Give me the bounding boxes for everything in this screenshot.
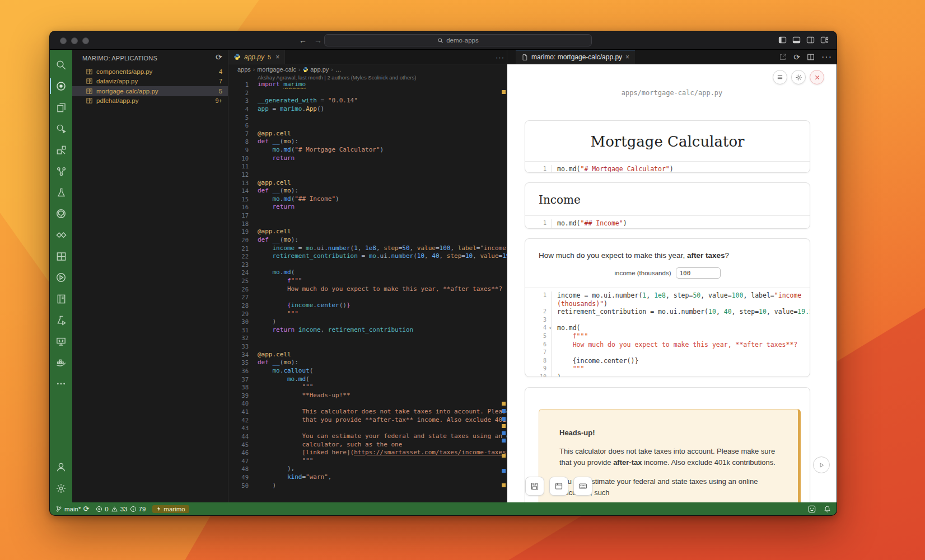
code-editor[interactable]: Akshay Agrawal, last month | 2 authors (… bbox=[228, 74, 507, 502]
zoom-traffic-light[interactable] bbox=[82, 37, 89, 44]
notebook-icon[interactable] bbox=[50, 288, 72, 309]
sidebar-item-mortgage-calc[interactable]: mortgage-calc/app.py 5 bbox=[72, 86, 228, 96]
customize-layout-icon[interactable] bbox=[820, 36, 829, 44]
run-cell-play-button[interactable] bbox=[813, 457, 830, 473]
close-icon[interactable]: × bbox=[625, 53, 629, 61]
notebook-file-icon bbox=[86, 78, 93, 84]
sidebar-item-pdfchat[interactable]: pdfchat/app.py 9+ bbox=[72, 96, 228, 106]
app-title: Mortgage Calculator bbox=[525, 121, 810, 161]
toggle-panel-icon[interactable] bbox=[792, 36, 801, 44]
app-file-path: apps/mortgage-calc/app.py bbox=[507, 89, 837, 97]
file-icon bbox=[521, 54, 528, 61]
problems-indicator[interactable]: 0 33 79 bbox=[96, 506, 146, 512]
breadcrumb-item[interactable]: … bbox=[335, 66, 342, 73]
code-line: 6 bbox=[228, 121, 507, 130]
breadcrumb-item[interactable]: apps bbox=[237, 66, 251, 73]
code-line: 36 mo.callout( bbox=[228, 367, 507, 375]
refresh-icon[interactable]: ⟳ bbox=[793, 53, 800, 62]
cell-income: Income 1mo.md("## Income") bbox=[525, 182, 810, 229]
marimo-icon[interactable] bbox=[50, 76, 72, 97]
cell-code-line: 1income = mo.ui.number(1, 1e8, step=50, … bbox=[525, 291, 810, 300]
search-text: demo-apps bbox=[446, 37, 479, 44]
tab-app-py[interactable]: app.py 5 × bbox=[228, 50, 285, 64]
search-icon[interactable] bbox=[50, 54, 72, 76]
command-center-search[interactable]: demo-apps bbox=[324, 34, 592, 46]
settings-gear-icon[interactable] bbox=[50, 478, 72, 499]
editor-group: app.py 5 × ··· apps›mortgage-calc›app.py… bbox=[228, 50, 507, 502]
code-line: 37 mo.md( bbox=[228, 375, 507, 384]
code-line: 22 retirement_contribution = mo.ui.numbe… bbox=[228, 252, 507, 261]
extension-name: marimo bbox=[163, 506, 185, 512]
more-icon[interactable] bbox=[50, 373, 72, 394]
breadcrumb-item[interactable]: mortgage-calc bbox=[257, 66, 296, 73]
sync-icon[interactable]: ⟳ bbox=[83, 505, 89, 513]
code-line: 26 How much do you expect to make this y… bbox=[228, 285, 507, 294]
feedback-smiley-icon[interactable] bbox=[808, 505, 816, 513]
extensions-icon[interactable] bbox=[50, 139, 72, 161]
vscode-window: ← → demo-apps MARIMO: APPLICATIONS ⟳ com… bbox=[49, 31, 837, 516]
minimize-traffic-light[interactable] bbox=[71, 37, 78, 44]
notifications-bell-icon[interactable] bbox=[824, 505, 831, 513]
gems-icon[interactable] bbox=[50, 224, 72, 246]
toggle-secondary-sidebar-icon[interactable] bbox=[806, 36, 815, 44]
file-badge: 4 bbox=[219, 68, 222, 75]
tab-problems-badge: 5 bbox=[268, 54, 271, 60]
cell-code-line: 9 """ bbox=[525, 365, 810, 373]
branch-name: main* bbox=[64, 506, 81, 512]
git-branch-indicator[interactable]: main* ⟳ bbox=[55, 505, 89, 513]
run-circle-icon[interactable] bbox=[50, 267, 72, 288]
cell-income-input: How much do you expect to make this year… bbox=[525, 238, 810, 377]
docker-icon[interactable] bbox=[50, 352, 72, 373]
close-icon[interactable]: × bbox=[275, 53, 279, 61]
code-line: 46 [linked here](https://smartasset.com/… bbox=[228, 449, 507, 457]
cell-code-line: 6 How much do you expect to make this ye… bbox=[525, 341, 810, 349]
sidebar-item-dataviz[interactable]: dataviz/app.py 7 bbox=[72, 77, 228, 87]
code-line: 27 bbox=[228, 293, 507, 302]
search-icon bbox=[437, 37, 443, 44]
account-icon[interactable] bbox=[50, 457, 72, 478]
open-window-button[interactable] bbox=[549, 477, 568, 496]
refresh-icon[interactable]: ⟳ bbox=[216, 53, 222, 62]
split-editor-icon[interactable] bbox=[807, 53, 815, 61]
beaker-play-icon[interactable] bbox=[50, 309, 72, 331]
app-settings-gear-icon[interactable] bbox=[791, 70, 806, 84]
search-editor-icon[interactable] bbox=[50, 118, 72, 139]
code-line: 10 return bbox=[228, 154, 507, 163]
tabs-overflow-icon[interactable]: ··· bbox=[496, 50, 504, 64]
tab-marimo-preview[interactable]: marimo: mortgage-calc/app.py × bbox=[516, 50, 635, 64]
more-actions-icon[interactable]: ··· bbox=[821, 52, 832, 62]
warning-icon bbox=[111, 506, 118, 512]
close-traffic-light[interactable] bbox=[60, 37, 67, 44]
forward-arrow-icon[interactable]: → bbox=[314, 35, 322, 45]
remote-monitor-icon[interactable] bbox=[50, 331, 72, 352]
tab-label: marimo: mortgage-calc/app.py bbox=[531, 53, 622, 61]
cell-code-line: 1mo.md("## Income") bbox=[525, 219, 810, 228]
code-line: 31 return income, retirement_contributio… bbox=[228, 326, 507, 335]
code-line: 3__generated_with = "0.0.14" bbox=[228, 97, 507, 105]
flask-icon[interactable] bbox=[50, 182, 72, 203]
cell-code[interactable]: 1mo.md("## Income") bbox=[525, 215, 810, 229]
breadcrumb: apps›mortgage-calc›app.py›… bbox=[228, 64, 507, 74]
cell-code[interactable]: 1mo.md("# Mortgage Calculator") bbox=[525, 161, 810, 173]
cell-code[interactable]: 1income = mo.ui.number(1, 1e8, step=50, … bbox=[525, 288, 810, 377]
shutdown-close-icon[interactable] bbox=[810, 70, 824, 84]
toggle-primary-sidebar-icon[interactable] bbox=[778, 36, 787, 44]
code-line: 42 that you provide **after-tax** income… bbox=[228, 416, 507, 425]
sidebar-item-components[interactable]: components/app.py 4 bbox=[72, 67, 228, 77]
income-question-text: How much do you expect to make this year… bbox=[525, 239, 810, 260]
income-number-input[interactable] bbox=[676, 267, 721, 279]
open-external-icon[interactable] bbox=[779, 53, 787, 61]
breadcrumb-item[interactable]: app.py bbox=[302, 66, 329, 73]
marimo-extension-status[interactable]: marimo bbox=[152, 505, 189, 513]
keyboard-shortcuts-button[interactable] bbox=[573, 477, 592, 496]
back-arrow-icon[interactable]: ← bbox=[299, 35, 307, 45]
pages-icon[interactable] bbox=[50, 97, 72, 118]
code-line: 15 mo.md("## Income") bbox=[228, 195, 507, 204]
save-button[interactable] bbox=[525, 477, 544, 496]
editor-tab-bar: app.py 5 × ··· bbox=[228, 50, 507, 64]
file-badge: 9+ bbox=[215, 97, 222, 104]
github-icon[interactable] bbox=[50, 203, 72, 224]
menu-hamburger-icon[interactable] bbox=[773, 70, 787, 84]
layout-grid-icon[interactable] bbox=[50, 246, 72, 267]
pipeline-icon[interactable] bbox=[50, 161, 72, 182]
